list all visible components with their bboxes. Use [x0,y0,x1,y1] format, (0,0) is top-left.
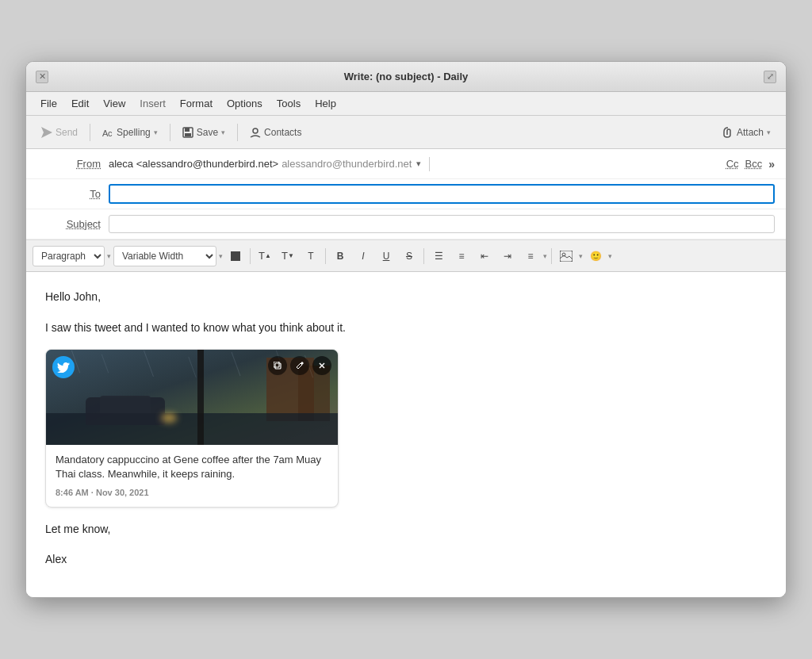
outdent-btn[interactable]: ⇤ [474,246,495,266]
svg-rect-7 [231,251,240,261]
font-select[interactable]: Variable Width [113,246,216,266]
fmt-sep-4 [551,248,552,264]
svg-rect-4 [185,128,190,132]
titlebar: ✕ Write: (no subject) - Daily ⤢ [26,62,786,92]
bcc-button[interactable]: Bcc [745,158,763,170]
fmt-sep-1 [250,248,251,264]
indent-btn[interactable]: ⇥ [497,246,518,266]
compose-area[interactable]: Hello John, I saw this tweet and I wante… [26,272,786,597]
tweet-text: Mandatory cappuccino at Gene coffee afte… [56,453,328,481]
fmt-sep-2 [325,248,326,264]
svg-rect-5 [185,133,191,136]
save-icon [182,127,193,138]
from-email: alessandro@thunderbird.net [282,158,412,170]
attach-icon [722,127,733,138]
menu-view[interactable]: View [97,95,132,112]
formatting-toolbar: Paragraph ▾ Variable Width ▾ T▲ T▼ T B I… [26,240,786,272]
from-name: aleca <alessandro@thunderbird.net> [109,158,278,170]
italic-button[interactable]: I [353,246,373,266]
tweet-close-btn[interactable] [312,356,331,375]
decrease-font-btn[interactable]: T▼ [278,246,298,266]
menu-tools[interactable]: Tools [270,95,307,112]
ordered-list-btn[interactable]: ≡ [451,246,472,266]
menu-format[interactable]: Format [174,95,219,112]
contacts-button[interactable]: Contacts [243,123,308,142]
spelling-caret[interactable]: ▾ [154,128,158,136]
paragraph-caret[interactable]: ▾ [107,252,111,260]
expand-button[interactable]: ⤢ [764,71,776,83]
svg-point-6 [253,128,258,133]
underline-button[interactable]: U [376,246,396,266]
signature-text: Alex [45,550,767,568]
closing-text: Let me know, [45,520,767,538]
subject-input[interactable] [109,215,775,233]
email-header: From aleca <alessandro@thunderbird.net> … [26,149,786,240]
svg-rect-8 [560,251,573,262]
cc-button[interactable]: Cc [726,158,739,170]
font-caret[interactable]: ▾ [219,252,223,260]
window-title: Write: (no subject) - Daily [344,71,469,82]
align-caret[interactable]: ▾ [543,252,547,260]
to-row: To [26,179,786,209]
insert-image-btn[interactable] [556,246,576,266]
greeting-text: Hello John, [45,288,767,305]
spelling-button[interactable]: Ac Spelling ▾ [95,123,165,142]
toolbar-divider-1 [90,124,90,141]
send-icon [41,127,52,138]
text-color-button[interactable] [225,246,246,266]
menubar: File Edit View Insert Format Options Too… [26,92,786,116]
tweet-edit-btn[interactable] [290,356,309,375]
contacts-icon [250,127,261,138]
subject-row: Subject [26,209,786,239]
image-caret[interactable]: ▾ [579,252,583,260]
unordered-list-btn[interactable]: ☰ [428,246,449,266]
subject-label: Subject [37,218,101,230]
menu-insert[interactable]: Insert [133,95,172,112]
menu-file[interactable]: File [34,95,63,112]
from-label: From [37,158,101,170]
bold-button[interactable]: B [330,246,350,266]
main-toolbar: Send Ac Spelling ▾ Save ▾ Contacts Attac… [26,116,786,149]
from-separator [429,157,430,171]
font-size-btn[interactable]: T [301,246,321,266]
from-dropdown-btn[interactable]: ▾ [416,159,421,169]
spelling-icon: Ac [102,127,113,138]
emoji-btn[interactable]: 🙂 [585,246,606,266]
expand-headers-button[interactable]: » [768,158,775,170]
fmt-sep-3 [423,248,424,264]
twitter-icon [52,356,75,378]
emoji-caret[interactable]: ▾ [608,252,612,260]
body-text: I saw this tweet and I wanted to know wh… [45,319,767,336]
compose-window: ✕ Write: (no subject) - Daily ⤢ File Edi… [25,61,787,598]
to-label: To [37,188,101,200]
from-content: aleca <alessandro@thunderbird.net> aless… [109,157,775,171]
toolbar-divider-2 [170,124,170,141]
tweet-body: Mandatory cappuccino at Gene coffee afte… [46,445,338,507]
save-caret[interactable]: ▾ [221,128,225,136]
toolbar-divider-3 [237,124,238,141]
tweet-copy-btn[interactable] [268,356,287,375]
send-button[interactable]: Send [34,123,85,142]
tweet-action-buttons [268,356,331,375]
increase-font-btn[interactable]: T▲ [255,246,275,266]
close-button[interactable]: ✕ [36,71,48,83]
menu-help[interactable]: Help [308,95,343,112]
svg-text:c: c [108,128,113,138]
cc-bcc-area: Cc Bcc » [726,158,775,170]
menu-edit[interactable]: Edit [65,95,95,112]
svg-rect-11 [274,362,279,367]
attach-caret[interactable]: ▾ [767,128,771,136]
attach-button[interactable]: Attach ▾ [715,123,778,142]
align-btn[interactable]: ≡ [520,246,541,266]
to-input[interactable] [109,184,775,204]
from-row: From aleca <alessandro@thunderbird.net> … [26,149,786,179]
tweet-timestamp: 8:46 AM · Nov 30, 2021 [56,486,328,500]
save-button[interactable]: Save ▾ [175,123,232,142]
tweet-card: Mandatory cappuccino at Gene coffee afte… [45,349,339,508]
paragraph-style-select[interactable]: Paragraph [33,246,105,266]
svg-rect-10 [275,363,281,369]
tweet-image [46,350,338,445]
menu-options[interactable]: Options [220,95,269,112]
svg-marker-0 [41,127,52,138]
strikethrough-button[interactable]: S [399,246,419,266]
